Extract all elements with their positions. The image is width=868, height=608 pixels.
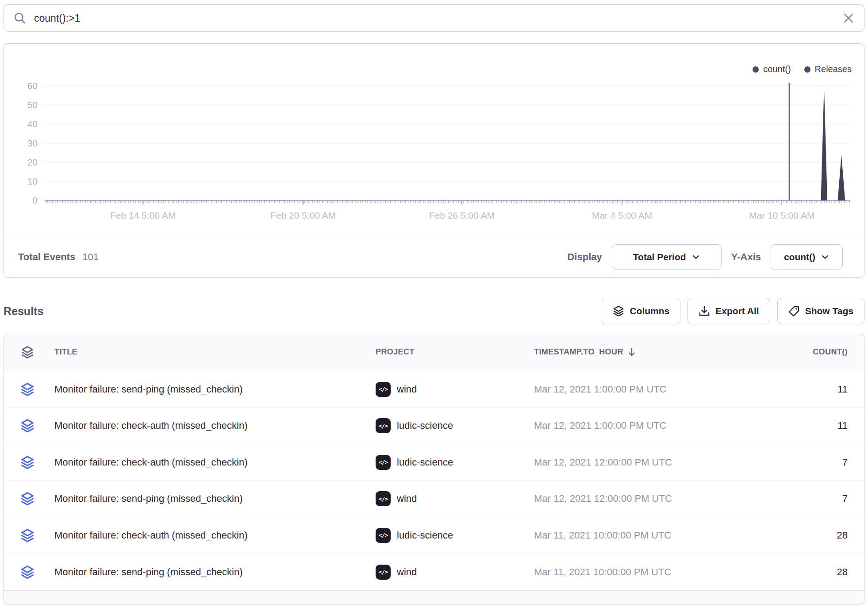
row-project[interactable]: </> wind: [376, 382, 534, 397]
svg-text:40: 40: [27, 119, 38, 129]
table-row[interactable]: Monitor failure: check-auth (missed_chec…: [4, 444, 864, 481]
row-icon-cell: [4, 419, 51, 433]
row-icon-cell: [4, 455, 51, 469]
svg-text:Mar 10 5:00 AM: Mar 10 5:00 AM: [749, 210, 814, 220]
column-header-project[interactable]: PROJECT: [376, 347, 534, 357]
code-icon: </>: [376, 565, 391, 580]
row-count: 7: [757, 457, 864, 468]
table-row[interactable]: Monitor failure: check-auth (missed_chec…: [4, 408, 864, 445]
stack-icon[interactable]: [20, 565, 35, 579]
results-table: TITLE PROJECT TIMESTAMP.TO_HOUR COUNT() …: [4, 333, 864, 604]
results-heading: Results: [4, 305, 43, 318]
download-icon: [699, 305, 710, 317]
code-icon: </>: [376, 455, 391, 470]
yaxis-label: Y-Axis: [731, 251, 761, 263]
row-count: 11: [757, 384, 864, 395]
total-events-value: 101: [82, 251, 99, 263]
columns-button-label: Columns: [630, 306, 669, 316]
display-dropdown[interactable]: Total Period: [612, 244, 722, 270]
row-project-name: wind: [397, 566, 417, 578]
layers-icon: [613, 305, 624, 317]
row-title[interactable]: Monitor failure: check-auth (missed_chec…: [51, 530, 376, 541]
layers-icon: [21, 346, 34, 359]
total-events-label: Total Events: [18, 251, 75, 263]
yaxis-dropdown-value: count(): [784, 252, 815, 262]
code-icon: </>: [376, 418, 391, 433]
table-body: Monitor failure: send-ping (missed_check…: [4, 371, 864, 590]
discover-page: count():>1 count() Releases 010203040506…: [0, 0, 868, 608]
row-icon-cell: [4, 492, 51, 506]
row-title[interactable]: Monitor failure: send-ping (missed_check…: [51, 493, 376, 504]
chevron-down-icon: [691, 253, 700, 262]
row-icon-cell: [4, 382, 51, 396]
chart-legend: count() Releases: [753, 64, 852, 74]
column-header-timestamp-label: TIMESTAMP.TO_HOUR: [534, 347, 623, 357]
row-title[interactable]: Monitor failure: send-ping (missed_check…: [51, 566, 376, 578]
row-project[interactable]: </> ludic-science: [376, 528, 534, 543]
sort-desc-arrow-icon: [627, 347, 637, 357]
svg-text:30: 30: [27, 138, 38, 148]
stack-icon[interactable]: [20, 455, 35, 469]
legend-item-releases[interactable]: Releases: [804, 64, 852, 74]
chart-controls: Display Total Period Y-Axis count(): [567, 244, 843, 270]
row-project-name: ludic-science: [397, 457, 453, 468]
stack-icon[interactable]: [20, 528, 35, 543]
row-count: 7: [757, 493, 864, 504]
display-label: Display: [567, 251, 602, 263]
display-dropdown-value: Total Period: [633, 252, 686, 262]
clear-search-icon[interactable]: [843, 12, 854, 24]
table-row[interactable]: Monitor failure: send-ping (missed_check…: [4, 554, 864, 591]
show-tags-button-label: Show Tags: [805, 306, 853, 316]
yaxis-dropdown[interactable]: count(): [771, 244, 843, 270]
stack-icon[interactable]: [20, 492, 35, 506]
search-query-input[interactable]: count():>1: [34, 12, 843, 24]
row-icon-cell: [4, 528, 51, 543]
legend-dot-icon: [804, 66, 810, 73]
legend-label: count(): [763, 64, 791, 74]
row-project-name: ludic-science: [397, 420, 453, 431]
row-project-name: wind: [397, 493, 417, 504]
row-title[interactable]: Monitor failure: check-auth (missed_chec…: [51, 457, 376, 468]
row-timestamp: Mar 12, 2021 12:00:00 PM UTC: [534, 457, 757, 468]
row-project-name: wind: [397, 384, 417, 395]
events-chart-card: count() Releases 0102030405060Feb 14 5:0…: [4, 43, 864, 278]
table-row[interactable]: Monitor failure: check-auth (missed_chec…: [4, 517, 864, 554]
events-over-time-chart[interactable]: 0102030405060Feb 14 5:00 AMFeb 20 5:00 A…: [4, 44, 864, 236]
svg-text:10: 10: [27, 176, 38, 186]
svg-text:50: 50: [27, 100, 38, 110]
svg-text:Feb 20 5:00 AM: Feb 20 5:00 AM: [270, 210, 336, 220]
row-timestamp: Mar 11, 2021 10:00:00 PM UTC: [534, 566, 757, 578]
columns-button[interactable]: Columns: [602, 298, 680, 324]
svg-text:Feb 26 5:00 AM: Feb 26 5:00 AM: [429, 210, 495, 220]
column-header-count[interactable]: COUNT(): [757, 347, 864, 357]
stack-icon[interactable]: [20, 382, 35, 396]
row-project-name: ludic-science: [397, 530, 453, 541]
row-count: 28: [757, 530, 864, 541]
search-icon: [14, 12, 26, 24]
column-header-timestamp[interactable]: TIMESTAMP.TO_HOUR: [534, 347, 757, 357]
export-all-button[interactable]: Export All: [687, 298, 770, 324]
row-timestamp: Mar 12, 2021 1:00:00 PM UTC: [534, 384, 757, 395]
column-header-title[interactable]: TITLE: [51, 347, 376, 357]
legend-label: Releases: [815, 64, 852, 74]
svg-text:Mar 4 5:00 AM: Mar 4 5:00 AM: [592, 210, 653, 220]
tag-icon: [788, 305, 800, 317]
row-title[interactable]: Monitor failure: send-ping (missed_check…: [51, 384, 376, 395]
row-title[interactable]: Monitor failure: check-auth (missed_chec…: [51, 420, 376, 431]
search-bar[interactable]: count():>1: [4, 4, 864, 32]
row-project[interactable]: </> ludic-science: [376, 455, 534, 470]
table-row[interactable]: Monitor failure: send-ping (missed_check…: [4, 481, 864, 518]
code-icon: </>: [376, 382, 391, 397]
results-buttons: Columns Export All Show Tags: [602, 298, 864, 324]
stack-icon[interactable]: [20, 419, 35, 433]
chevron-down-icon: [821, 253, 830, 262]
row-project[interactable]: </> wind: [376, 491, 534, 506]
export-all-button-label: Export All: [715, 306, 759, 316]
row-project[interactable]: </> wind: [376, 565, 534, 580]
table-row[interactable]: Monitor failure: send-ping (missed_check…: [4, 371, 864, 408]
row-project[interactable]: </> ludic-science: [376, 418, 534, 433]
show-tags-button[interactable]: Show Tags: [777, 298, 864, 324]
table-header-icon-cell: [4, 346, 51, 359]
legend-item-count[interactable]: count(): [753, 64, 791, 74]
results-header: Results Columns Export All: [4, 297, 864, 325]
